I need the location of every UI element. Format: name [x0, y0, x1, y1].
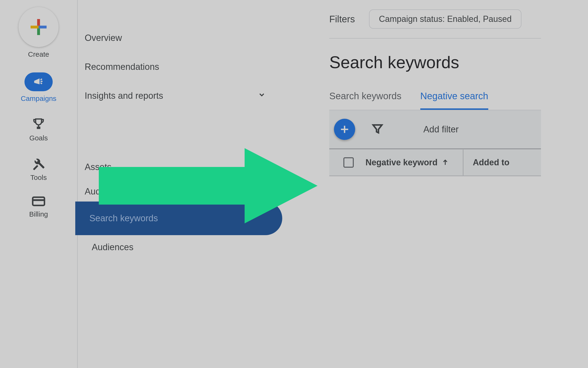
nav-recommendations-label: Recommendations [85, 62, 159, 72]
tab-search-keywords[interactable]: Search keywords [329, 91, 402, 110]
svg-rect-2 [31, 26, 38, 28]
campaigns-pill [25, 73, 53, 91]
plus-multicolor-icon [29, 18, 48, 37]
rail-goals-label: Goals [29, 134, 48, 142]
nav-akc-label: Audiences, keywords, and content [85, 186, 221, 197]
nav-overview-label: Overview [85, 33, 122, 43]
nav-insights-label: Insights and reports [85, 91, 163, 101]
th-negative-keyword[interactable]: Negative keyword [366, 157, 449, 167]
rail-campaigns-label: Campaigns [21, 94, 56, 102]
nav-akc[interactable]: Audiences, keywords, and content [78, 182, 282, 202]
toolbar: Add filter [329, 110, 541, 149]
svg-rect-3 [38, 26, 46, 28]
nav-assets[interactable]: Assets [78, 153, 282, 182]
megaphone-icon [33, 76, 45, 88]
tab-negative-search[interactable]: Negative search [420, 91, 488, 110]
left-rail: Create Campaigns Goals [0, 0, 78, 368]
rail-create-label: Create [28, 50, 49, 58]
rail-billing[interactable]: Billing [29, 196, 48, 218]
filter-bar: Filters Campaign status: Enabled, Paused [329, 9, 541, 38]
nav-search-keywords-label: Search keywords [89, 213, 158, 223]
secondary-nav: Overview Recommendations Insights and re… [78, 0, 282, 368]
th-added-to-label: Added to [473, 157, 509, 167]
nav-assets-label: Assets [85, 162, 111, 172]
chevron-down-icon [258, 162, 266, 172]
rail-create[interactable]: Create [18, 7, 59, 58]
filters-label: Filters [329, 14, 355, 24]
credit-card-icon [31, 196, 46, 207]
svg-rect-5 [33, 197, 45, 205]
create-fab[interactable] [18, 7, 59, 47]
filter-icon[interactable] [372, 123, 383, 136]
add-filter-label[interactable]: Add filter [423, 124, 459, 135]
rail-tools[interactable]: Tools [30, 156, 47, 182]
chevron-up-icon [258, 186, 266, 197]
main-content: Filters Campaign status: Enabled, Paused… [282, 0, 588, 368]
trophy-icon [31, 117, 46, 131]
nav-audiences-label: Audiences [92, 242, 133, 252]
add-keyword-button[interactable] [334, 119, 355, 140]
rail-campaigns[interactable]: Campaigns [21, 73, 56, 102]
nav-overview[interactable]: Overview [78, 24, 282, 52]
chevron-down-icon [258, 91, 266, 101]
tabs: Search keywords Negative search [329, 91, 541, 110]
page-title: Search keywords [329, 53, 588, 72]
select-all-checkbox[interactable] [343, 157, 354, 168]
rail-goals[interactable]: Goals [29, 117, 48, 142]
rail-billing-label: Billing [29, 210, 48, 218]
filter-chip-campaign-status[interactable]: Campaign status: Enabled, Paused [369, 9, 522, 29]
th-negative-keyword-label: Negative keyword [366, 157, 438, 167]
nav-recommendations[interactable]: Recommendations [78, 52, 282, 81]
arrow-up-icon [442, 159, 449, 166]
tools-icon [31, 156, 46, 170]
svg-rect-4 [33, 165, 38, 170]
nav-search-keywords[interactable]: Search keywords [75, 202, 282, 235]
th-added-to[interactable]: Added to [463, 149, 509, 175]
plus-icon [339, 124, 350, 135]
table-header: Negative keyword Added to [329, 149, 541, 176]
app-root: Create Campaigns Goals [0, 0, 588, 368]
nav-audiences[interactable]: Audiences [78, 235, 282, 259]
nav-insights[interactable]: Insights and reports [78, 81, 282, 110]
rail-tools-label: Tools [30, 174, 47, 182]
